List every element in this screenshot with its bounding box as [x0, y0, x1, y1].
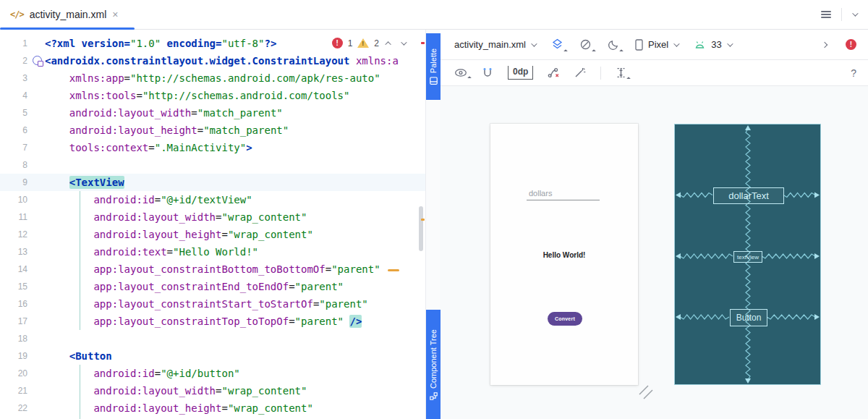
inspections-widget[interactable]: ! 1 2 [332, 38, 405, 48]
design-pane: activity_main.xml [440, 30, 868, 419]
layout-file-name: activity_main.xml [454, 39, 526, 50]
edittext-underline [527, 200, 600, 200]
tab-component-tree[interactable]: Component Tree [426, 310, 441, 419]
palette-icon [430, 77, 438, 85]
autoconnect-magnet-icon[interactable] [482, 67, 493, 78]
line-number: 16 [0, 295, 45, 313]
api-level-icon [694, 41, 706, 49]
error-icon: ! [332, 38, 343, 48]
view-options-eye-icon[interactable] [454, 68, 467, 77]
line-number: 6 [0, 122, 45, 139]
design-canvas[interactable]: dollars Hello World! Convert dollarText … [440, 86, 868, 419]
layout-file-selector[interactable]: activity_main.xml [454, 39, 535, 50]
code-line[interactable]: 8 [0, 156, 425, 174]
menu-icon[interactable] [821, 11, 831, 18]
night-mode-icon[interactable] [608, 39, 619, 51]
code-line[interactable]: 4 xmlns:tools="http://schemas.android.co… [0, 87, 425, 104]
tab-palette[interactable]: Palette [426, 33, 441, 100]
line-number: 18 [0, 330, 45, 347]
blueprint-surface[interactable]: dollarText textView Button [674, 124, 821, 385]
line-number: 19 [0, 347, 45, 365]
code-line[interactable]: 22 android:layout_height="wrap_content" [0, 399, 425, 417]
code-file-icon: </> [10, 9, 24, 20]
device-selector[interactable]: Pixel [635, 39, 678, 51]
line-number: 7 [0, 139, 45, 156]
editor-scrollbar[interactable] [419, 206, 423, 251]
clear-constraints-icon[interactable] [548, 67, 560, 78]
blueprint-edittext[interactable]: dollarText [713, 187, 784, 204]
code-line[interactable]: 20 android:id="@+id/button" [0, 365, 425, 382]
code-line[interactable]: 3 xmlns:app="http://schemas.android.com/… [0, 69, 425, 87]
code-line[interactable]: 17 app:layout_constraintTop_toTopOf="par… [0, 313, 425, 330]
pack-align-icon[interactable] [616, 67, 626, 78]
code-line[interactable]: 10 android:id="@+id/textView" [0, 191, 425, 208]
code-line[interactable]: 6 android:layout_height="match_parent" [0, 122, 425, 139]
blueprint-textview[interactable]: textView [733, 251, 762, 263]
warning-icon [357, 38, 369, 48]
convert-button[interactable]: Convert [548, 312, 582, 326]
code-line[interactable]: 12 android:layout_height="wrap_content" [0, 226, 425, 243]
blueprint-button[interactable]: Button [730, 309, 767, 326]
divider [841, 8, 842, 21]
line-number: 13 [0, 243, 45, 261]
code-line[interactable]: 14 app:layout_constraintBottom_toBottomO… [0, 261, 425, 278]
code-line[interactable]: 7 tools:context=".MainActivity"> [0, 139, 425, 156]
error-count: 1 [348, 38, 353, 48]
line-number: 20 [0, 365, 45, 382]
overflow-chevron-icon[interactable] [822, 41, 827, 47]
warning-stripe-mark[interactable] [421, 219, 425, 221]
line-number: 9 [0, 174, 45, 191]
api-level: 33 [711, 39, 721, 50]
error-stripe-mark[interactable] [421, 42, 425, 44]
code-line[interactable]: 2<androidx.constraintlayout.widget.Const… [0, 52, 425, 69]
orientation-icon[interactable] [579, 38, 592, 51]
tool-window-strip: Palette Component Tree [425, 30, 440, 419]
default-margin-button[interactable]: 0dp [508, 66, 533, 80]
code-line[interactable]: 18 [0, 330, 425, 347]
issues-icon[interactable]: ! [846, 39, 856, 50]
code-line[interactable]: 21 android:layout_width="wrap_content" [0, 382, 425, 399]
line-number: 11 [0, 208, 45, 226]
component-tree-label: Component Tree [429, 329, 438, 389]
edittext-hint[interactable]: dollars [529, 189, 552, 198]
code-line[interactable]: 9 <TextView [0, 174, 425, 191]
line-number: 14 [0, 261, 45, 278]
textview-hello-world[interactable]: Hello World! [490, 251, 638, 259]
code-line[interactable]: 19 <Button [0, 347, 425, 365]
help-icon[interactable]: ? [851, 67, 856, 79]
code-lines: 1<?xml version="1.0" encoding="utf-8"?>2… [0, 35, 425, 417]
chevron-down-icon[interactable] [852, 10, 858, 16]
palette-label: Palette [429, 48, 438, 73]
related-symbol-icon[interactable] [33, 56, 42, 65]
line-number: 17 [0, 313, 45, 330]
design-preview-surface[interactable]: dollars Hello World! Convert [490, 124, 638, 385]
line-number: 12 [0, 226, 45, 243]
chevron-down-icon [673, 41, 679, 46]
line-number: 2 [0, 52, 45, 69]
code-line[interactable]: 16 app:layout_constraintStart_toStartOf=… [0, 295, 425, 313]
line-number: 5 [0, 104, 45, 122]
tab-activity-main-xml[interactable]: </> activity_main.xml × [0, 0, 128, 29]
line-number: 10 [0, 191, 45, 208]
code-line[interactable]: 15 app:layout_constraintEnd_toEndOf="par… [0, 278, 425, 295]
chevron-down-icon [531, 41, 537, 46]
line-number: 4 [0, 87, 45, 104]
code-editor[interactable]: 1<?xml version="1.0" encoding="utf-8"?>2… [0, 30, 425, 419]
prev-issue-icon[interactable] [385, 41, 391, 47]
code-line[interactable]: 5 android:layout_width="match_parent" [0, 104, 425, 122]
line-number: 15 [0, 278, 45, 295]
constraint-toolbar: 0dp [440, 60, 868, 86]
device-name: Pixel [648, 39, 668, 50]
api-level-selector[interactable]: 33 [694, 39, 731, 50]
resize-handle-icon[interactable] [637, 384, 657, 400]
code-line[interactable]: 13 android:text="Hello World!" [0, 243, 425, 261]
line-number: 1 [0, 35, 45, 52]
design-toolbar: activity_main.xml [440, 30, 868, 60]
divider [600, 67, 601, 80]
line-number: 21 [0, 382, 45, 399]
code-line[interactable]: 11 android:layout_width="wrap_content" [0, 208, 425, 226]
component-tree-icon [430, 392, 438, 399]
infer-constraints-icon[interactable] [574, 67, 586, 78]
design-surface-icon[interactable] [551, 38, 563, 51]
tab-close-icon[interactable]: × [112, 9, 118, 20]
